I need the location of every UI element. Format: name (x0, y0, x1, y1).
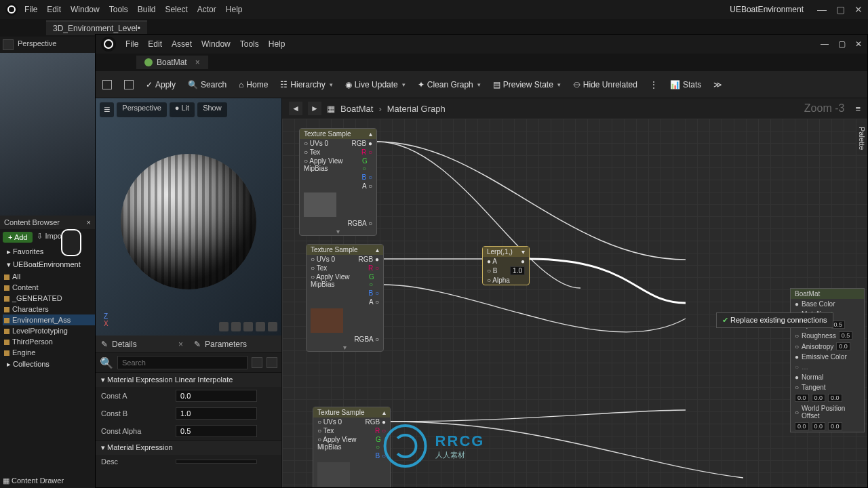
folder-content[interactable]: Content (3, 282, 95, 293)
level-tab[interactable]: 3D_Environment_Level• (46, 20, 147, 35)
folder-thirdperson[interactable]: ThirdPerson (3, 336, 95, 347)
apply-button[interactable]: ✓ Apply (146, 80, 176, 89)
menu-select[interactable]: Select (165, 5, 187, 14)
folder-environment-assets[interactable]: Environment_Ass (3, 314, 95, 325)
nav-forward-button[interactable]: ► (308, 102, 321, 115)
prop-desc-label: Desc (101, 458, 176, 466)
material-graph-canvas[interactable]: Texture Sample▴ ○ UVs 0RGB ● ○ TexR ○ ○ … (282, 119, 867, 487)
crumb-leaf: Material Graph (387, 104, 446, 114)
node-texture-sample-3[interactable]: Texture Sample▴ ○ UVs 0RGB ● ○ TexR ○ ○ … (313, 407, 391, 487)
minimize-icon[interactable]: — (817, 4, 827, 15)
preview-state-button[interactable]: ▤ Preview State (493, 80, 561, 89)
clean-graph-button[interactable]: ✦ Clean Graph (418, 80, 481, 89)
perspective-pill[interactable]: Perspective (18, 39, 56, 50)
add-content-button[interactable]: + Add (3, 232, 33, 243)
prop-const-b-label: Const B (101, 409, 176, 418)
project-root[interactable]: ▾ UEBoatEnvironment (3, 258, 95, 271)
view-lit-pill[interactable]: ● Lit (170, 102, 195, 117)
me-menu-tools[interactable]: Tools (240, 39, 259, 49)
stats-button[interactable]: 📊 Stats (670, 80, 701, 89)
close-icon[interactable]: ✕ (854, 4, 863, 15)
prop-desc-value[interactable] (176, 460, 257, 464)
prop-group-lerp[interactable]: ▾ Material Expression Linear Interpolate (96, 372, 281, 387)
shape-custom-icon[interactable] (268, 322, 277, 331)
shape-cylinder-icon[interactable] (219, 322, 229, 331)
crumb-root[interactable]: BoatMat (340, 104, 373, 114)
me-minimize-icon[interactable]: — (821, 39, 829, 49)
graph-mode-icon[interactable]: ▦ (327, 104, 335, 114)
folder-generated[interactable]: _GENERATED (3, 293, 95, 304)
hamburger-icon[interactable] (3, 39, 14, 50)
menu-tools[interactable]: Tools (109, 5, 128, 14)
prop-const-a-label: Const A (101, 392, 176, 400)
material-tab[interactable]: BoatMat × (136, 56, 208, 69)
material-editor-window: File Edit Asset Window Tools Help — ▢ ✕ … (95, 34, 868, 488)
material-icon (144, 58, 153, 66)
me-maximize-icon[interactable]: ▢ (838, 39, 846, 49)
filter-icon[interactable] (252, 357, 262, 368)
prop-const-alpha-value[interactable]: 0.5 (176, 425, 257, 437)
live-update-button[interactable]: ◉ Live Update (345, 80, 406, 89)
me-close-icon[interactable]: ✕ (855, 39, 862, 49)
node-lerp[interactable]: Lerp(,1,)▾ ● A● ○ B1.0 ○ Alpha (482, 246, 530, 285)
texture-thumb-2 (311, 308, 343, 333)
browse-button[interactable] (124, 80, 134, 89)
view-perspective-pill[interactable]: Perspective (117, 102, 166, 117)
hierarchy-button[interactable]: ☷ Hierarchy (280, 80, 332, 89)
settings-icon[interactable] (267, 357, 277, 368)
material-preview-viewport[interactable]: ≡ Perspective ● Lit Show ZX (96, 98, 281, 336)
ue-logo-icon (5, 3, 18, 16)
palette-tab[interactable]: Palette (856, 123, 867, 154)
nav-back-button[interactable]: ◄ (289, 102, 302, 115)
search-button[interactable]: 🔍 Search (188, 80, 226, 89)
hide-unrelated-button[interactable]: ⦵ Hide Unrelated (573, 80, 637, 89)
material-result-node[interactable]: BoatMat ●Base Color ○Metallic✔ ○Specular… (790, 288, 865, 432)
menu-file[interactable]: File (24, 5, 37, 14)
close-panel-icon[interactable]: × (87, 218, 91, 226)
node-texture-sample-1[interactable]: Texture Sample▴ ○ UVs 0RGB ● ○ TexR ○ ○ … (299, 128, 377, 236)
prop-const-b-value[interactable]: 1.0 (176, 407, 257, 420)
details-search-input[interactable] (117, 356, 248, 369)
overflow-button[interactable]: ⋮ (650, 80, 658, 89)
me-menu-help[interactable]: Help (269, 39, 285, 49)
node-texture-sample-2[interactable]: Texture Sample▴ ○ UVs 0RGB ● ○ TexR ○ ○ … (306, 244, 384, 352)
folder-engine[interactable]: Engine (3, 347, 95, 358)
maximize-icon[interactable]: ▢ (836, 4, 845, 15)
menu-help[interactable]: Help (226, 5, 243, 14)
content-drawer-button[interactable]: ▦ Content Drawer (3, 476, 64, 485)
view-show-pill[interactable]: Show (197, 102, 227, 117)
shape-sphere-icon[interactable] (231, 322, 241, 331)
details-close-icon[interactable]: × (178, 340, 183, 349)
menu-build[interactable]: Build (138, 5, 156, 14)
prop-const-a-value[interactable]: 0.0 (176, 390, 257, 402)
details-panel-header[interactable]: ✎ Details× (96, 336, 189, 353)
palette-icon[interactable]: ≡ (855, 104, 861, 114)
menu-window[interactable]: Window (71, 5, 100, 14)
save-button[interactable] (102, 80, 112, 89)
preview-hamburger-icon[interactable]: ≡ (100, 102, 114, 117)
shape-plane-icon[interactable] (243, 322, 253, 331)
collections-section[interactable]: ▸ Collections (3, 358, 95, 371)
parameters-panel-header[interactable]: ✎ Parameters (189, 336, 281, 353)
folder-characters[interactable]: Characters (3, 304, 95, 314)
preview-sphere (121, 154, 256, 289)
level-viewport[interactable] (0, 53, 95, 216)
home-button[interactable]: ⌂ Home (239, 80, 268, 89)
prop-const-alpha-label: Const Alpha (101, 427, 176, 435)
tab-close-icon[interactable]: × (191, 58, 200, 67)
ue-logo-icon (101, 37, 116, 52)
me-menu-window[interactable]: Window (201, 39, 231, 49)
more-arrow-icon[interactable]: ≫ (713, 80, 722, 89)
folder-levelproto[interactable]: LevelPrototyping (3, 325, 95, 336)
me-menu-asset[interactable]: Asset (172, 39, 192, 49)
chevron-right-icon: › (378, 104, 381, 114)
me-menu-edit[interactable]: Edit (148, 39, 162, 49)
menu-actor[interactable]: Actor (197, 5, 216, 14)
prop-group-matexpr[interactable]: ▾ Material Expression (96, 440, 281, 455)
project-name: UEBoatEnvironment (730, 5, 804, 14)
menu-edit[interactable]: Edit (47, 5, 61, 14)
me-menu-file[interactable]: File (125, 39, 138, 49)
main-left-panel: Perspective Content Browser × + Add ⇩ Im… (0, 37, 95, 488)
folder-all[interactable]: All (3, 271, 95, 282)
shape-cube-icon[interactable] (256, 322, 265, 331)
